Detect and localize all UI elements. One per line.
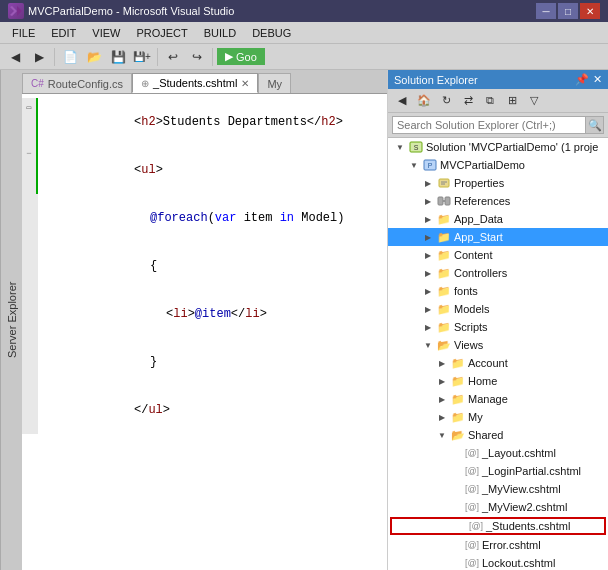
- expander-content[interactable]: ▶: [420, 247, 436, 263]
- expander-app-data[interactable]: ▶: [420, 211, 436, 227]
- expander-properties[interactable]: ▶: [420, 175, 436, 191]
- menu-build[interactable]: BUILD: [196, 25, 244, 41]
- se-title-bar: Solution Explorer 📌 ✕: [388, 70, 608, 89]
- se-copy-btn[interactable]: ⧉: [480, 92, 500, 110]
- tree-solution[interactable]: ▼ S Solution 'MVCPartialDemo' (1 proje: [388, 138, 608, 156]
- tree-home[interactable]: ▶ 📁 Home: [388, 372, 608, 390]
- line-indicator-6: [22, 338, 38, 386]
- menu-project[interactable]: PROJECT: [128, 25, 195, 41]
- expander-shared[interactable]: ▼: [434, 427, 450, 443]
- close-btn[interactable]: ✕: [580, 3, 600, 19]
- manage-folder-icon: 📁: [450, 391, 466, 407]
- tree-project[interactable]: ▼ P MVCPartialDemo: [388, 156, 608, 174]
- maximize-btn[interactable]: □: [558, 3, 578, 19]
- editor-area: C# RouteConfig.cs ⊕ _Students.cshtml ✕ M…: [22, 70, 388, 570]
- expander-views[interactable]: ▼: [420, 337, 436, 353]
- tab-students[interactable]: ⊕ _Students.cshtml ✕: [132, 73, 258, 93]
- se-title-controls: 📌 ✕: [575, 73, 602, 86]
- code-line-7: </ul>: [22, 386, 387, 434]
- models-label: Models: [454, 303, 489, 315]
- expander-app-start[interactable]: ▶: [420, 229, 436, 245]
- expander-account[interactable]: ▶: [434, 355, 450, 371]
- expander-home[interactable]: ▶: [434, 373, 450, 389]
- tree-layout[interactable]: ▶ [@] _Layout.cshtml: [388, 444, 608, 462]
- tree-students[interactable]: ▶ [@] _Students.cshtml: [390, 517, 606, 535]
- se-back-btn[interactable]: ◀: [392, 92, 412, 110]
- code-content-5: <li>@item</li>: [38, 290, 267, 338]
- home-folder-icon: 📁: [450, 373, 466, 389]
- svg-rect-6: [439, 179, 449, 187]
- tree-lockout[interactable]: ▶ [@] Lockout.cshtml: [388, 554, 608, 570]
- tab-routeconfig[interactable]: C# RouteConfig.cs: [22, 73, 132, 93]
- tab-bar: C# RouteConfig.cs ⊕ _Students.cshtml ✕ M…: [22, 70, 387, 94]
- open-btn[interactable]: 📂: [83, 47, 105, 67]
- myview2-label: _MyView2.cshtml: [482, 501, 567, 513]
- tree-app-data[interactable]: ▶ 📁 App_Data: [388, 210, 608, 228]
- tree-account[interactable]: ▶ 📁 Account: [388, 354, 608, 372]
- se-settings-btn[interactable]: ⊞: [502, 92, 522, 110]
- collapse-toggle-2[interactable]: −: [26, 146, 31, 162]
- tab-routeconfig-label: RouteConfig.cs: [48, 78, 123, 90]
- tree-myview2[interactable]: ▶ [@] _MyView2.cshtml: [388, 498, 608, 516]
- menu-edit[interactable]: EDIT: [43, 25, 84, 41]
- tree-scripts[interactable]: ▶ 📁 Scripts: [388, 318, 608, 336]
- tree-views[interactable]: ▼ 📂 Views: [388, 336, 608, 354]
- models-folder-icon: 📁: [436, 301, 452, 317]
- se-pin-btn[interactable]: 📌: [575, 73, 589, 86]
- back-btn[interactable]: ◀: [4, 47, 26, 67]
- manage-label: Manage: [468, 393, 508, 405]
- menu-debug[interactable]: DEBUG: [244, 25, 299, 41]
- layout-label: _Layout.cshtml: [482, 447, 556, 459]
- line-indicator-7: [22, 386, 38, 434]
- scripts-label: Scripts: [454, 321, 488, 333]
- se-filter-btn[interactable]: ▽: [524, 92, 544, 110]
- se-sync-btn[interactable]: ⇄: [458, 92, 478, 110]
- expander-solution[interactable]: ▼: [392, 139, 408, 155]
- code-line-4: {: [22, 242, 387, 290]
- code-line-2: − <ul>: [22, 146, 387, 194]
- line-indicator-1: ▭: [22, 98, 38, 146]
- tree-myview[interactable]: ▶ [@] _MyView.cshtml: [388, 480, 608, 498]
- server-explorer-panel[interactable]: Server Explorer: [0, 70, 22, 570]
- se-search-icon[interactable]: 🔍: [586, 116, 604, 134]
- minimize-btn[interactable]: ─: [536, 3, 556, 19]
- loginpartial-label: _LoginPartial.cshtml: [482, 465, 581, 477]
- undo-btn[interactable]: ↩: [162, 47, 184, 67]
- redo-btn[interactable]: ↪: [186, 47, 208, 67]
- se-refresh-btn[interactable]: ↻: [436, 92, 456, 110]
- tree-my[interactable]: ▶ 📁 My: [388, 408, 608, 426]
- tree-error[interactable]: ▶ [@] Error.cshtml: [388, 536, 608, 554]
- save-btn[interactable]: 💾: [107, 47, 129, 67]
- tree-references[interactable]: ▶ References: [388, 192, 608, 210]
- expander-controllers[interactable]: ▶: [420, 265, 436, 281]
- tab-my[interactable]: My: [258, 73, 291, 93]
- tree-properties[interactable]: ▶ Properties: [388, 174, 608, 192]
- menu-view[interactable]: VIEW: [84, 25, 128, 41]
- tree-loginpartial[interactable]: ▶ [@] _LoginPartial.cshtml: [388, 462, 608, 480]
- expander-project[interactable]: ▼: [406, 157, 422, 173]
- expander-references[interactable]: ▶: [420, 193, 436, 209]
- tree-manage[interactable]: ▶ 📁 Manage: [388, 390, 608, 408]
- save-all-btn[interactable]: 💾+: [131, 47, 153, 67]
- se-search-input[interactable]: [392, 116, 586, 134]
- se-close-btn[interactable]: ✕: [593, 73, 602, 86]
- forward-btn[interactable]: ▶: [28, 47, 50, 67]
- se-home-btn[interactable]: 🏠: [414, 92, 434, 110]
- code-editor[interactable]: ▭ <h2>Students Departments</h2> − <ul>: [22, 94, 387, 570]
- tree-content[interactable]: ▶ 📁 Content: [388, 246, 608, 264]
- tree-shared[interactable]: ▼ 📂 Shared: [388, 426, 608, 444]
- expander-scripts[interactable]: ▶: [420, 319, 436, 335]
- expander-manage[interactable]: ▶: [434, 391, 450, 407]
- expander-fonts[interactable]: ▶: [420, 283, 436, 299]
- run-button[interactable]: ▶ Goo: [217, 48, 265, 65]
- menu-file[interactable]: FILE: [4, 25, 43, 41]
- tree-app-start[interactable]: ▶ 📁 App_Start: [388, 228, 608, 246]
- tree-controllers[interactable]: ▶ 📁 Controllers: [388, 264, 608, 282]
- tree-models[interactable]: ▶ 📁 Models: [388, 300, 608, 318]
- tab-students-close[interactable]: ✕: [241, 78, 249, 89]
- tree-fonts[interactable]: ▶ 📁 fonts: [388, 282, 608, 300]
- new-file-btn[interactable]: 📄: [59, 47, 81, 67]
- app-data-folder-icon: 📁: [436, 211, 452, 227]
- expander-my[interactable]: ▶: [434, 409, 450, 425]
- expander-models[interactable]: ▶: [420, 301, 436, 317]
